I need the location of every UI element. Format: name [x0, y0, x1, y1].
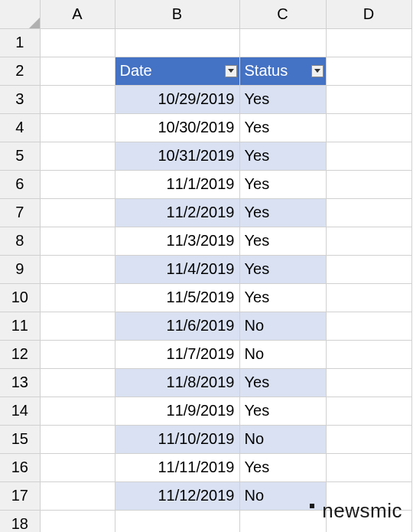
cell[interactable]	[40, 28, 115, 57]
cell-date[interactable]: 11/7/2019	[115, 340, 239, 368]
cell-status[interactable]: Yes	[239, 170, 326, 198]
cell[interactable]	[239, 28, 326, 57]
cell[interactable]	[40, 397, 115, 425]
cell-status[interactable]: Yes	[239, 113, 326, 142]
cell-date[interactable]: 11/9/2019	[115, 397, 239, 425]
row-header-12[interactable]: 12	[0, 340, 40, 368]
cell[interactable]	[326, 283, 411, 312]
cell[interactable]	[326, 340, 411, 368]
cell-status[interactable]: No	[239, 340, 326, 368]
watermark: newsmic	[310, 499, 402, 523]
cell[interactable]	[40, 255, 115, 283]
cell-date[interactable]: 11/8/2019	[115, 368, 239, 397]
cell-status[interactable]: Yes	[239, 198, 326, 227]
cell-status[interactable]: No	[239, 425, 326, 453]
row-header-2[interactable]: 2	[0, 57, 40, 85]
svg-marker-1	[228, 69, 234, 73]
cell[interactable]	[40, 227, 115, 255]
svg-marker-2	[314, 69, 320, 73]
cell[interactable]	[326, 113, 411, 142]
cell-date[interactable]: 10/31/2019	[115, 142, 239, 170]
cell-status[interactable]: Yes	[239, 255, 326, 283]
cell[interactable]	[40, 510, 115, 532]
cell[interactable]	[326, 57, 411, 85]
filter-button-status[interactable]	[311, 65, 324, 77]
cell-date[interactable]: 11/2/2019	[115, 198, 239, 227]
cell-date[interactable]: 11/4/2019	[115, 255, 239, 283]
cell-date[interactable]: 11/11/2019	[115, 453, 239, 481]
cell-status[interactable]: Yes	[239, 142, 326, 170]
cell[interactable]	[326, 227, 411, 255]
cell-date[interactable]: 11/12/2019	[115, 481, 239, 510]
cell[interactable]	[326, 312, 411, 340]
cell[interactable]	[40, 57, 115, 85]
row-header-6[interactable]: 6	[0, 170, 40, 198]
watermark-text: newsmic	[322, 499, 402, 523]
cell[interactable]	[40, 425, 115, 453]
cell-status[interactable]: Yes	[239, 283, 326, 312]
table-header-status[interactable]: Status	[239, 57, 326, 85]
cell[interactable]	[40, 198, 115, 227]
cell[interactable]	[40, 142, 115, 170]
row-header-9[interactable]: 9	[0, 255, 40, 283]
header-label: Date	[120, 62, 152, 79]
cell[interactable]	[326, 170, 411, 198]
cell[interactable]	[326, 85, 411, 113]
cell-date[interactable]: 11/3/2019	[115, 227, 239, 255]
cell[interactable]	[40, 453, 115, 481]
cell[interactable]	[115, 510, 239, 532]
row-header-7[interactable]: 7	[0, 198, 40, 227]
cell-status[interactable]: Yes	[239, 227, 326, 255]
cell[interactable]	[326, 397, 411, 425]
row-header-8[interactable]: 8	[0, 227, 40, 255]
cell-date[interactable]: 11/6/2019	[115, 312, 239, 340]
cell[interactable]	[326, 255, 411, 283]
select-all-corner[interactable]	[0, 0, 40, 28]
cell[interactable]	[40, 481, 115, 510]
col-header-b[interactable]: B	[115, 0, 239, 28]
cell[interactable]	[40, 340, 115, 368]
row-header-15[interactable]: 15	[0, 425, 40, 453]
cell[interactable]	[115, 28, 239, 57]
cell[interactable]	[326, 28, 411, 57]
table-header-date[interactable]: Date	[115, 57, 239, 85]
cell-date[interactable]: 11/10/2019	[115, 425, 239, 453]
cell-date[interactable]: 11/1/2019	[115, 170, 239, 198]
cell[interactable]	[40, 85, 115, 113]
cell[interactable]	[40, 113, 115, 142]
cell[interactable]	[40, 312, 115, 340]
svg-marker-0	[29, 18, 40, 28]
watermark-dot-icon	[310, 499, 319, 523]
cell-date[interactable]: 11/5/2019	[115, 283, 239, 312]
row-header-11[interactable]: 11	[0, 312, 40, 340]
row-header-18[interactable]: 18	[0, 510, 40, 532]
filter-button-date[interactable]	[225, 65, 237, 77]
cell-status[interactable]: Yes	[239, 368, 326, 397]
cell[interactable]	[40, 368, 115, 397]
col-header-d[interactable]: D	[326, 0, 411, 28]
cell-status[interactable]: Yes	[239, 397, 326, 425]
col-header-a[interactable]: A	[40, 0, 115, 28]
cell-status[interactable]: Yes	[239, 85, 326, 113]
row-header-4[interactable]: 4	[0, 113, 40, 142]
row-header-14[interactable]: 14	[0, 397, 40, 425]
cell[interactable]	[326, 198, 411, 227]
cell[interactable]	[40, 170, 115, 198]
row-header-17[interactable]: 17	[0, 481, 40, 510]
cell-date[interactable]: 10/30/2019	[115, 113, 239, 142]
row-header-16[interactable]: 16	[0, 453, 40, 481]
cell-status[interactable]: Yes	[239, 453, 326, 481]
col-header-c[interactable]: C	[239, 0, 326, 28]
cell[interactable]	[326, 425, 411, 453]
row-header-5[interactable]: 5	[0, 142, 40, 170]
row-header-1[interactable]: 1	[0, 28, 40, 57]
row-header-3[interactable]: 3	[0, 85, 40, 113]
cell-date[interactable]: 10/29/2019	[115, 85, 239, 113]
cell[interactable]	[326, 142, 411, 170]
cell[interactable]	[326, 368, 411, 397]
row-header-10[interactable]: 10	[0, 283, 40, 312]
cell[interactable]	[40, 283, 115, 312]
cell-status[interactable]: No	[239, 312, 326, 340]
cell[interactable]	[326, 453, 411, 481]
row-header-13[interactable]: 13	[0, 368, 40, 397]
